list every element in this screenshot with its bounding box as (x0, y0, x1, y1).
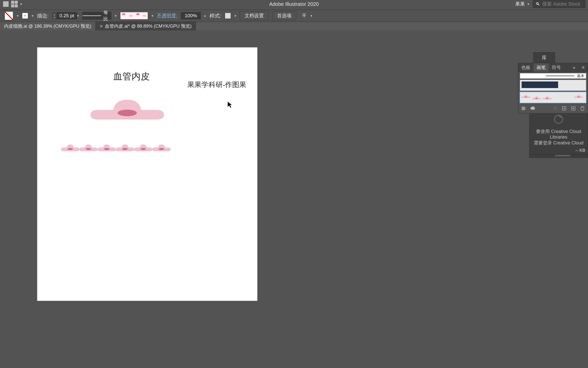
panel-resize-handle[interactable] (555, 155, 570, 156)
arrange-documents-icon[interactable] (11, 1, 18, 7)
document-tab[interactable]: 内皮细胞.ai @ 186.39% (CMYK/GPU 预览) (0, 22, 96, 30)
endothelial-cell-large (88, 98, 167, 122)
document-tab-bar: 内皮细胞.ai @ 186.39% (CMYK/GPU 预览) ✕ 血管内皮.a… (0, 22, 588, 30)
chevron-down-icon[interactable]: ▾ (32, 14, 33, 18)
align-panel-icon[interactable] (301, 13, 307, 19)
cc-libraries-footer: -- KB (529, 146, 588, 155)
tab-label: 血管内皮.ai* @ 88.89% (CMYK/GPU 预览) (105, 23, 191, 29)
menu-bar: ▾ Adobe Illustrator 2020 果果 ▾ 🔍︎ (0, 0, 588, 8)
panel-tab-symbols[interactable]: 符号 (549, 63, 564, 72)
graphic-style-swatch[interactable] (225, 13, 231, 19)
stroke-weight-stepper[interactable]: ▴▾ 0.25 pt ▾ (52, 12, 79, 19)
chevron-right-icon[interactable]: ▸ (204, 14, 206, 18)
control-bar: ▾ ▾ 描边: ▴▾ 0.25 pt ▾ 等比 ▾ ▾ 不透明度: 100% ▸… (0, 10, 588, 22)
cc-message-line1: 要使用 Creative Cloud Libraries (532, 128, 585, 140)
new-brush-icon[interactable] (571, 106, 576, 111)
brush-basic-label: 基本 (575, 74, 586, 78)
panel-menu-icon[interactable]: ≡ (579, 63, 588, 72)
stroke-swatch[interactable] (22, 13, 28, 19)
brush-libraries-icon[interactable] (521, 106, 526, 111)
brush-options-icon[interactable] (561, 106, 567, 111)
brushes-panel-footer: ✕ (520, 104, 586, 112)
tab-label: 内皮细胞.ai @ 186.39% (CMYK/GPU 预览) (4, 23, 91, 29)
chevron-down-icon: ▾ (527, 2, 529, 6)
remove-stroke-icon[interactable]: ✕ (552, 106, 558, 111)
document-tab[interactable]: ✕ 血管内皮.ai* @ 88.89% (CMYK/GPU 预览) (96, 22, 196, 30)
chevron-down-icon[interactable]: ▾ (77, 14, 79, 18)
chevron-down-icon[interactable]: ▾ (310, 14, 312, 18)
document-setup-button[interactable]: 文档设置 (240, 11, 269, 20)
user-name: 果果 (515, 1, 525, 7)
preferences-button[interactable]: 首选项 (272, 11, 296, 20)
panel-tab-brushes[interactable]: 画笔 (534, 63, 549, 72)
stock-search-input[interactable] (542, 1, 583, 7)
svg-point-1 (118, 110, 137, 116)
artwork-title-text: 血管内皮 (113, 70, 150, 83)
opacity-label[interactable]: 不透明度: (157, 12, 177, 19)
profile-label: 等比 (102, 10, 109, 22)
canvas-area[interactable]: 血管内皮 果果学科研-作图果 (0, 31, 588, 368)
svg-point-6 (535, 98, 538, 99)
cc-size-label: -- KB (575, 148, 585, 153)
opacity-value[interactable]: 100% (181, 12, 201, 19)
app-title: Adobe Illustrator 2020 (0, 1, 588, 7)
stroke-label: 描边: (37, 12, 49, 19)
brush-item-basic[interactable]: 基本 (520, 73, 586, 79)
chevron-down-icon[interactable]: ▾ (234, 14, 236, 18)
stock-search[interactable]: 🔍︎ (533, 0, 585, 8)
brush-thumbnail (522, 81, 558, 88)
libraries-panel-tab[interactable]: 库 (533, 52, 555, 63)
chevron-down-icon[interactable]: ▾ (20, 2, 22, 6)
chevron-down-icon[interactable]: ▾ (17, 14, 19, 18)
stroke-weight-value[interactable]: 0.25 pt (57, 12, 77, 19)
tab-bar-spacer (196, 22, 588, 30)
panel-tab-swatches[interactable]: 色板 (518, 63, 534, 72)
brushes-panel-body: 基本 (518, 72, 588, 113)
panel-tab-strip: 色板 画笔 符号 » ≡ (518, 63, 588, 72)
brush-item-pattern-b[interactable] (520, 92, 586, 103)
brush-item-pattern-a[interactable] (520, 80, 586, 91)
fill-swatch-none[interactable] (5, 11, 13, 20)
app-home-icon[interactable] (3, 1, 9, 7)
workspace: 血管内皮 果果学科研-作图果 (0, 31, 588, 368)
endothelial-cell-row (61, 143, 175, 152)
collapse-panel-icon[interactable]: » (569, 63, 579, 72)
workspace-switcher[interactable]: 果果 ▾ (515, 1, 529, 7)
svg-point-5 (525, 96, 527, 97)
libraries-cloud-icon[interactable] (530, 106, 536, 111)
variable-width-profile[interactable]: 等比 (82, 12, 111, 20)
style-label: 样式: (210, 12, 221, 19)
svg-point-7 (546, 98, 549, 99)
artwork-subtitle-text: 果果学科研-作图果 (187, 80, 246, 90)
search-icon: 🔍︎ (536, 2, 540, 7)
mouse-cursor-icon (227, 101, 233, 110)
brush-preview-icon (120, 12, 148, 19)
brush-definition[interactable] (120, 12, 148, 20)
artboard: 血管内皮 果果学科研-作图果 (37, 47, 258, 301)
svg-point-3 (555, 115, 563, 123)
chevron-down-icon[interactable]: ▾ (152, 14, 153, 18)
cloud-sync-icon (553, 113, 565, 125)
close-tab-icon[interactable]: ✕ (100, 24, 103, 29)
svg-point-8 (577, 96, 580, 97)
delete-brush-icon[interactable] (580, 106, 585, 111)
brushes-panel-group: 色板 画笔 符号 » ≡ 基本 (518, 63, 588, 113)
chevron-down-icon[interactable]: ▾ (115, 14, 117, 18)
